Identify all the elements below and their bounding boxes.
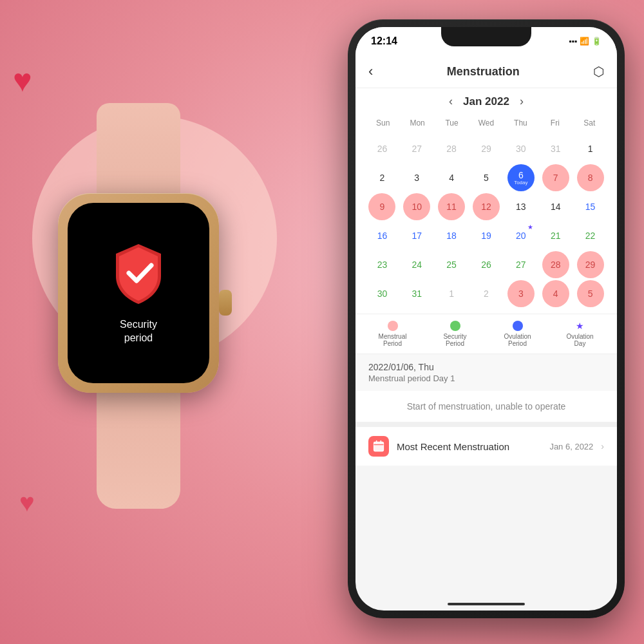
legend-security: SecurityPeriod [428, 321, 482, 347]
cal-day-jan21[interactable]: 21 [542, 222, 569, 249]
status-time: 12:14 [371, 35, 397, 47]
recent-label: Most Recent Menstruation [397, 441, 542, 452]
phone-notch [441, 27, 531, 46]
cal-day-feb4[interactable]: 4 [542, 280, 569, 307]
info-period: Menstrual period Day 1 [368, 374, 604, 383]
cal-day-jan18[interactable]: 18 [438, 222, 465, 249]
cal-day-jan27[interactable]: 27 [507, 251, 535, 278]
cal-day-dec27[interactable]: 27 [403, 135, 430, 162]
cal-day-jan13[interactable]: 13 [507, 193, 535, 220]
watch-security-text: Security period [120, 318, 157, 345]
cal-day-jan4[interactable]: 4 [438, 164, 465, 191]
month-title: Jan 2022 [463, 95, 509, 108]
smartwatch: Security period [19, 103, 296, 502]
shield-icon [109, 241, 167, 305]
watch-crown [219, 290, 232, 316]
legend-ovulation-period-label: OvulationPeriod [504, 333, 531, 347]
recent-icon [368, 436, 389, 457]
day-header-mon: Mon [400, 116, 434, 130]
legend-menstrual-dot [388, 321, 398, 331]
cal-day-jan3[interactable]: 3 [403, 164, 430, 191]
month-nav: ‹ Jan 2022 › [366, 95, 607, 108]
cal-day-jan29[interactable]: 29 [577, 251, 604, 278]
next-month-button[interactable]: › [520, 95, 524, 108]
cal-day-jan5[interactable]: 5 [473, 164, 500, 191]
day-headers: Sun Mon Tue Wed Thu Fri Sat [366, 116, 607, 130]
cal-day-jan7[interactable]: 7 [542, 164, 569, 191]
cal-day-jan24[interactable]: 24 [403, 251, 430, 278]
cal-day-feb3[interactable]: 3 [507, 280, 535, 307]
home-indicator [448, 603, 525, 605]
legend-ovulation-day-star: ★ [576, 321, 584, 331]
recent-value: Jan 6, 2022 [549, 442, 593, 451]
day-header-wed: Wed [469, 116, 503, 130]
calendar-grid: 26 27 28 29 30 31 1 2 3 4 5 6 Today [366, 135, 607, 307]
svg-rect-0 [374, 442, 384, 451]
app-header: ‹ Menstruation ⬡ [355, 55, 617, 88]
cal-day-jan26[interactable]: 26 [473, 251, 500, 278]
cal-day-dec26[interactable]: 26 [368, 135, 395, 162]
battery-icon: 🔋 [592, 37, 601, 46]
recent-chevron: › [601, 441, 604, 451]
legend-security-dot [450, 321, 460, 331]
info-message: Start of menstruation, unable to operate [355, 391, 617, 427]
signal-icon: ▪▪▪ [569, 37, 577, 46]
day-header-fri: Fri [538, 116, 572, 130]
info-date: 2022/01/06, Thu [368, 362, 604, 372]
cal-day-jan11[interactable]: 11 [438, 193, 465, 220]
legend-ovulation-day: ★ OvulationDay [553, 321, 607, 347]
day-header-sat: Sat [573, 116, 607, 130]
cal-day-jan10[interactable]: 10 [403, 193, 430, 220]
legend-menstrual-label: MenstrualPeriod [379, 333, 407, 347]
legend-ovulation-period-dot [513, 321, 523, 331]
calendar-section: ‹ Jan 2022 › Sun Mon Tue Wed Thu Fri Sat [355, 88, 617, 314]
status-icons: ▪▪▪ 📶 🔋 [569, 37, 601, 46]
settings-button[interactable]: ⬡ [593, 64, 604, 79]
heart-decoration-tl: ♥ [13, 64, 32, 97]
cal-day-jan31[interactable]: 31 [403, 280, 430, 307]
cal-day-jan1[interactable]: 1 [577, 135, 604, 162]
cal-day-dec28[interactable]: 28 [438, 135, 465, 162]
info-section: 2022/01/06, Thu Menstrual period Day 1 [355, 354, 617, 391]
prev-month-button[interactable]: ‹ [449, 95, 453, 108]
cal-day-dec31[interactable]: 31 [542, 135, 569, 162]
app-title: Menstruation [447, 65, 520, 79]
cal-day-jan23[interactable]: 23 [368, 251, 395, 278]
cal-day-jan12[interactable]: 12 [473, 193, 500, 220]
cal-day-dec30[interactable]: 30 [507, 135, 535, 162]
cal-day-jan17[interactable]: 17 [403, 222, 430, 249]
cal-day-dec29[interactable]: 29 [473, 135, 500, 162]
cal-day-jan30[interactable]: 30 [368, 280, 395, 307]
legend-ovulation-period: OvulationPeriod [491, 321, 544, 347]
day-header-tue: Tue [435, 116, 469, 130]
legend-security-label: SecurityPeriod [443, 333, 466, 347]
day-header-sun: Sun [366, 116, 400, 130]
cal-day-feb5[interactable]: 5 [577, 280, 604, 307]
recent-row[interactable]: Most Recent Menstruation Jan 6, 2022 › [355, 427, 617, 466]
cal-day-jan15[interactable]: 15 [577, 193, 604, 220]
day-header-thu: Thu [504, 116, 538, 130]
phone: 12:14 ▪▪▪ 📶 🔋 ‹ Menstruation ⬡ ‹ Jan 202… [348, 19, 625, 618]
legend-menstrual: MenstrualPeriod [366, 321, 419, 347]
legend-ovulation-day-label: OvulationDay [566, 333, 593, 347]
cal-day-jan19[interactable]: 19 [473, 222, 500, 249]
cal-day-jan20-ovulation[interactable]: 20 [507, 222, 535, 249]
cal-day-jan25[interactable]: 25 [438, 251, 465, 278]
back-button[interactable]: ‹ [368, 63, 373, 80]
wifi-icon: 📶 [580, 37, 589, 46]
cal-day-jan28[interactable]: 28 [542, 251, 569, 278]
watch-screen: Security period [68, 203, 209, 383]
cal-day-feb2[interactable]: 2 [473, 280, 500, 307]
cal-day-jan8[interactable]: 8 [577, 164, 604, 191]
phone-outer: 12:14 ▪▪▪ 📶 🔋 ‹ Menstruation ⬡ ‹ Jan 202… [348, 19, 625, 618]
phone-screen: 12:14 ▪▪▪ 📶 🔋 ‹ Menstruation ⬡ ‹ Jan 202… [355, 27, 617, 611]
cal-day-jan9[interactable]: 9 [368, 193, 395, 220]
cal-day-jan6-today[interactable]: 6 Today [507, 164, 535, 191]
cal-day-jan14[interactable]: 14 [542, 193, 569, 220]
cal-day-jan22[interactable]: 22 [577, 222, 604, 249]
legend: MenstrualPeriod SecurityPeriod Ovulation… [355, 314, 617, 354]
watch-band-bottom [97, 393, 180, 509]
cal-day-jan16[interactable]: 16 [368, 222, 395, 249]
cal-day-jan2[interactable]: 2 [368, 164, 395, 191]
cal-day-feb1[interactable]: 1 [438, 280, 465, 307]
